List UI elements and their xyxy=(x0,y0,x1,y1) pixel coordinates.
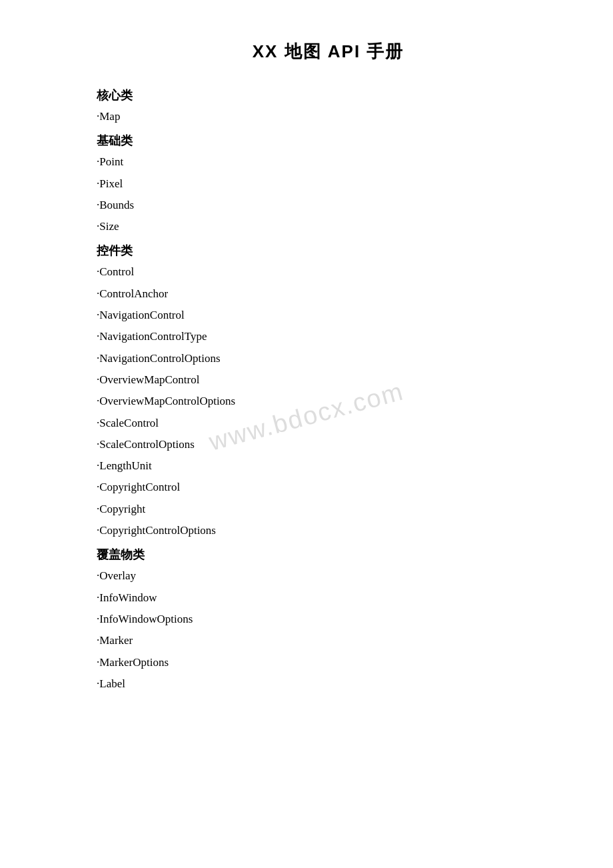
list-item-2-8: ·ScaleControlOptions xyxy=(97,434,560,455)
section-header-1: 基础类 xyxy=(97,133,560,149)
list-item-3-0: ·Overlay xyxy=(97,565,560,587)
list-item-0-0: ·Map xyxy=(97,106,560,127)
list-item-3-5: ·Label xyxy=(97,673,560,695)
list-item-1-3: ·Size xyxy=(97,216,560,237)
list-item-2-12: ·CopyrightControlOptions xyxy=(97,520,560,541)
list-item-2-4: ·NavigationControlOptions xyxy=(97,348,560,369)
list-item-2-2: ·NavigationControl xyxy=(97,305,560,326)
list-item-2-0: ·Control xyxy=(97,261,560,283)
list-item-1-1: ·Pixel xyxy=(97,173,560,195)
list-item-2-6: ·OverviewMapControlOptions xyxy=(97,391,560,412)
list-item-3-4: ·MarkerOptions xyxy=(97,652,560,673)
section-header-0: 核心类 xyxy=(97,87,560,103)
list-item-3-3: ·Marker xyxy=(97,630,560,651)
list-item-1-2: ·Bounds xyxy=(97,195,560,216)
section-header-2: 控件类 xyxy=(97,243,560,259)
list-item-2-11: ·Copyright xyxy=(97,499,560,520)
list-item-1-0: ·Point xyxy=(97,151,560,173)
list-item-2-7: ·ScaleControl xyxy=(97,413,560,434)
list-item-2-1: ·ControlAnchor xyxy=(97,283,560,305)
section-header-3: 覆盖物类 xyxy=(97,547,560,563)
page-title: XX 地图 API 手册 xyxy=(97,40,560,63)
list-item-2-9: ·LengthUnit xyxy=(97,455,560,477)
list-item-3-1: ·InfoWindow xyxy=(97,587,560,609)
content-area: 核心类·Map基础类·Point·Pixel·Bounds·Size控件类·Co… xyxy=(97,87,560,695)
list-item-2-10: ·CopyrightControl xyxy=(97,477,560,498)
list-item-3-2: ·InfoWindowOptions xyxy=(97,609,560,630)
list-item-2-3: ·NavigationControlType xyxy=(97,326,560,347)
list-item-2-5: ·OverviewMapControl xyxy=(97,369,560,391)
